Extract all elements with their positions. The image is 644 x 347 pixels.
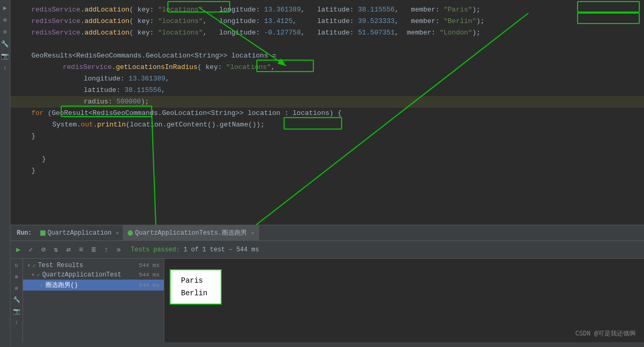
run-label: Run: — [13, 229, 36, 237]
sort-button1[interactable]: ⇅ — [51, 245, 61, 255]
tab-icon-tests — [128, 230, 133, 236]
side-icon-4[interactable]: 🔧 — [1, 40, 9, 48]
code-line-3: redisService.addLocation( key: "location… — [10, 27, 644, 39]
code-line-radius: radius: 500000); — [10, 96, 644, 108]
align-button2[interactable]: ≣ — [89, 245, 98, 255]
check-method: ✓ — [40, 282, 43, 288]
csdn-watermark: CSDN @可是我还饿啊 — [575, 329, 636, 338]
tab-quartz-tests[interactable]: QuartzApplicationTests.圈选跑男 ✕ — [123, 225, 259, 241]
output-line-paris: Paris — [181, 274, 210, 287]
tab-tests-label: QuartzApplicationTests.圈选跑男 — [135, 228, 247, 237]
code-line-7: longitude: 13.361389, — [10, 73, 644, 85]
tab-close-tests[interactable]: ✕ — [251, 230, 254, 236]
code-line-println: System.out.println(location.getContent()… — [10, 119, 644, 131]
tree-item-method[interactable]: ✓ 圈选跑男() 544 ms — [23, 280, 164, 291]
tree-item-results[interactable]: ▾ ✓ Test Results 544 ms — [23, 261, 164, 270]
left-icon-strip: ↻ ⊕ ⊗ 🔧 📷 ↕ — [10, 259, 23, 342]
align-button1[interactable]: ≡ — [76, 245, 86, 255]
status-passed: Tests passed: 1 of 1 test – 544 ms — [131, 246, 259, 253]
side-icon-1[interactable]: ▶ — [3, 4, 7, 12]
tabs-bar: Run: QuartzApplication ✕ QuartzApplicati… — [10, 225, 644, 241]
side-icon-3[interactable]: ⊗ — [3, 28, 7, 36]
code-line-close2: } — [10, 154, 644, 165]
stop-button[interactable]: ⊘ — [39, 245, 48, 255]
tab-close-quartz[interactable]: ✕ — [116, 230, 119, 236]
toolbar-row: ▶ ✓ ⊘ ⇅ ⇄ ≡ ≣ ↑ » Tests passed: 1 of 1 t… — [10, 241, 644, 259]
output-line-berlin: Berlin — [181, 287, 210, 299]
code-line-for: for (GeoResult<RedisGeoCommands.GeoLocat… — [10, 108, 644, 119]
tree-item-class[interactable]: ▾ ✓ QuartzApplicationTest 544 ms — [23, 270, 164, 280]
expand-icon-results: ▾ — [27, 262, 30, 269]
tree-label-class: QuartzApplicationTest — [42, 271, 121, 279]
time-method: 544 ms — [139, 282, 160, 288]
side-icon-2[interactable]: ⊕ — [3, 16, 7, 24]
code-line-4 — [10, 39, 644, 50]
left-icon-5[interactable]: 📷 — [13, 307, 21, 315]
code-line-close3: } — [10, 165, 644, 177]
code-line-2: redisService.addLocation( key: "location… — [10, 16, 644, 27]
left-icon-2[interactable]: ⊕ — [13, 272, 21, 281]
left-icon-1[interactable]: ↻ — [13, 261, 21, 269]
tab-icon-quartz — [40, 230, 46, 236]
run-button[interactable]: ▶ — [14, 245, 23, 255]
tree-panel: ▾ ✓ Test Results 544 ms ▾ ✓ QuartzApplic… — [23, 259, 164, 342]
output-box: Paris Berlin — [170, 269, 222, 305]
side-icons-panel: ▶ ⊕ ⊗ 🔧 📷 ↕ — [0, 0, 10, 347]
expand-icon-class: ▾ — [31, 272, 35, 278]
code-line-8: latitude: 38.115556, — [10, 85, 644, 96]
side-icon-6[interactable]: ↕ — [3, 64, 7, 72]
code-line-empty2 — [10, 142, 644, 154]
check-results: ✓ — [32, 262, 36, 269]
tab-quartz-label: QuartzApplication — [48, 229, 111, 237]
expand-button[interactable]: » — [114, 245, 123, 255]
tree-label-results: Test Results — [38, 262, 83, 269]
tab-quartz-app[interactable]: QuartzApplication ✕ — [36, 225, 123, 241]
code-line-5: GeoResults<RedisGeoCommands.GeoLocation<… — [10, 50, 644, 62]
output-panel: Paris Berlin CSDN @可是我还饿啊 — [164, 259, 644, 342]
time-class: 544 ms — [139, 272, 160, 278]
code-area: redisService.addLocation( key: "location… — [10, 0, 644, 225]
left-icon-4[interactable]: 🔧 — [13, 295, 21, 304]
code-line-6: redisService.getLocationsInRadius( key: … — [10, 62, 644, 73]
tree-label-method: 圈选跑男() — [46, 281, 78, 290]
panel-body: ↻ ⊕ ⊗ 🔧 📷 ↕ ▾ ✓ Test Results 544 ms — [10, 259, 644, 342]
bottom-panel: Run: QuartzApplication ✕ QuartzApplicati… — [10, 225, 644, 347]
check-button[interactable]: ✓ — [26, 245, 36, 255]
up-button[interactable]: ↑ — [101, 245, 111, 255]
left-icon-3[interactable]: ⊗ — [13, 284, 21, 292]
code-line-1: redisService.addLocation( key: "location… — [10, 4, 644, 16]
code-line-close1: } — [10, 131, 644, 142]
left-icon-6[interactable]: ↕ — [13, 318, 21, 327]
side-icon-5[interactable]: 📷 — [1, 52, 9, 60]
check-class: ✓ — [37, 272, 40, 279]
time-results: 544 ms — [139, 262, 160, 269]
sort-button2[interactable]: ⇄ — [64, 245, 73, 255]
